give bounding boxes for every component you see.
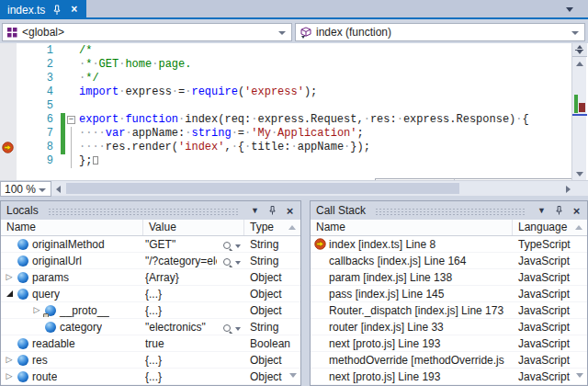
collapse-icon[interactable]: − <box>67 116 75 124</box>
callstack-titlebar[interactable]: Call Stack ▼ × <box>311 201 587 220</box>
fold-column <box>65 44 79 58</box>
glyph-margin[interactable] <box>0 99 17 113</box>
expand-icon[interactable]: ▷ <box>6 273 13 281</box>
locals-titlebar[interactable]: Locals ▼ × <box>1 201 300 220</box>
scroll-right-arrow[interactable] <box>566 186 571 193</box>
scroll-down-arrow[interactable] <box>576 373 583 378</box>
locals-column-headers: Name Value Type <box>1 220 300 236</box>
scroll-down-arrow[interactable] <box>576 172 583 176</box>
expander-slot: ▷ <box>30 306 43 314</box>
collapse-expanded-icon[interactable] <box>6 290 13 297</box>
callstack-row[interactable]: param [index.js] Line 138JavaScript <box>311 269 587 286</box>
close-icon[interactable]: × <box>283 204 297 218</box>
scroll-left-arrow[interactable] <box>56 186 61 193</box>
frame-language: JavaScript <box>513 304 587 317</box>
magnifier-icon[interactable] <box>222 257 233 267</box>
tab-index-ts[interactable]: index.ts × <box>0 0 86 19</box>
zoom-dropdown[interactable]: 100 % <box>0 181 51 197</box>
frame-language: JavaScript <box>513 288 587 301</box>
glyph-margin[interactable] <box>0 85 17 99</box>
code-editor[interactable]: 1/*2·*·GET·home·page.3·*/4import·express… <box>0 43 588 180</box>
locals-title: Locals <box>6 204 39 217</box>
callstack-row[interactable]: next [proto.js] Line 193JavaScript <box>311 369 587 385</box>
line-number: 6 <box>17 113 61 127</box>
column-header-name[interactable]: Name <box>1 220 143 235</box>
locals-row[interactable]: originalMethod"GET"String <box>1 236 300 253</box>
locals-row[interactable]: query{...}Object <box>1 286 300 302</box>
name-cell: originalUrl <box>1 255 143 267</box>
callstack-row[interactable]: Router._dispatch [index.js] Line 173Java… <box>311 302 587 319</box>
close-icon[interactable]: × <box>570 204 583 218</box>
variable-icon <box>17 239 28 250</box>
column-header-name[interactable]: Name <box>311 220 513 235</box>
code-line: 3·*/ <box>0 72 588 85</box>
fold-column <box>65 58 79 72</box>
glyph-margin[interactable] <box>0 44 17 58</box>
variable-icon <box>17 338 28 349</box>
breakpoint-current-statement-icon[interactable] <box>2 142 14 153</box>
pin-icon[interactable] <box>552 204 566 218</box>
locals-row[interactable]: category"electronics"String <box>1 319 300 335</box>
chevron-down-icon[interactable] <box>235 244 241 248</box>
magnifier-icon[interactable] <box>222 241 233 251</box>
column-header-value[interactable]: Value <box>143 220 244 235</box>
name-cell: query <box>1 288 143 301</box>
close-icon[interactable]: × <box>68 4 80 16</box>
pin-icon[interactable] <box>51 4 62 16</box>
line-number: 9 <box>17 154 61 168</box>
locals-row[interactable]: readabletrueBoolean <box>1 335 300 352</box>
code-line: 4import·express·=·require('express'); <box>0 85 588 99</box>
glyph-margin[interactable] <box>0 58 17 72</box>
locals-row[interactable]: ▷res{...}Object <box>1 352 300 369</box>
glyph-margin[interactable] <box>0 127 17 141</box>
type-cell: String <box>244 255 300 267</box>
chevron-down-icon[interactable] <box>235 261 241 265</box>
tab-list-dropdown-icon[interactable] <box>566 7 573 12</box>
lock-icon <box>43 313 49 317</box>
scrollbar-caret-mark <box>572 114 587 116</box>
scroll-down-arrow[interactable] <box>289 373 297 378</box>
locals-row[interactable]: ▷route{...}Object <box>1 369 300 385</box>
glyph-margin[interactable] <box>0 113 17 127</box>
name-cell: ▷__proto__ <box>1 304 143 317</box>
name-cell: ▷res <box>1 354 143 367</box>
editor-vertical-scrollbar[interactable] <box>571 43 586 180</box>
locals-row[interactable]: originalUrl"/?category=eleString <box>1 253 300 269</box>
magnifier-icon[interactable] <box>222 324 233 334</box>
type-cell: Object <box>244 304 300 317</box>
frame-icon-slot <box>311 238 329 250</box>
variable-value: "electronics" <box>145 321 217 334</box>
callstack-row[interactable]: next [proto.js] Line 193JavaScript <box>311 335 587 352</box>
type-cell: String <box>244 321 300 334</box>
window-menu-icon[interactable]: ▼ <box>248 204 262 218</box>
scope-dropdown[interactable]: <global> <box>2 23 292 41</box>
line-number: 5 <box>17 99 61 113</box>
glyph-margin[interactable] <box>0 141 17 154</box>
callstack-row[interactable]: router [index.js] Line 33JavaScript <box>311 319 587 335</box>
callstack-row[interactable]: methodOverride [methodOverride.jsJavaScr… <box>311 352 587 369</box>
glyph-margin[interactable] <box>0 154 17 168</box>
variable-value: {...} <box>145 288 217 301</box>
value-cell: "GET" <box>143 238 244 251</box>
code-line: 5 <box>0 99 588 113</box>
expand-icon[interactable]: ▷ <box>6 372 13 380</box>
callstack-row[interactable]: callbacks [index.js] Line 164JavaScript <box>311 253 587 269</box>
callstack-row[interactable]: pass [index.js] Line 145JavaScript <box>311 286 587 302</box>
type-cell: Object <box>244 271 300 284</box>
window-menu-icon[interactable]: ▼ <box>535 204 548 218</box>
splitter-handle[interactable] <box>572 43 587 57</box>
locals-row[interactable]: ▷__proto__{...}Object <box>1 302 300 319</box>
chevron-down-icon[interactable] <box>235 327 241 331</box>
scroll-up-arrow[interactable] <box>576 62 583 66</box>
pin-icon[interactable] <box>266 204 279 218</box>
member-dropdown[interactable]: index (function) <box>295 23 585 41</box>
expand-icon[interactable]: ▷ <box>6 356 13 364</box>
locals-row[interactable]: ▷params{Array}Object <box>1 269 300 286</box>
callstack-row[interactable]: index [index.ts] Line 8TypeScript <box>311 236 587 253</box>
frame-name: router [index.js] Line 33 <box>329 321 513 334</box>
horizontal-scrollbar-thumb[interactable] <box>66 183 459 194</box>
chevron-down-icon <box>39 188 46 192</box>
glyph-margin[interactable] <box>0 72 17 85</box>
fold-column <box>65 99 79 113</box>
expand-icon[interactable]: ▷ <box>34 306 40 314</box>
